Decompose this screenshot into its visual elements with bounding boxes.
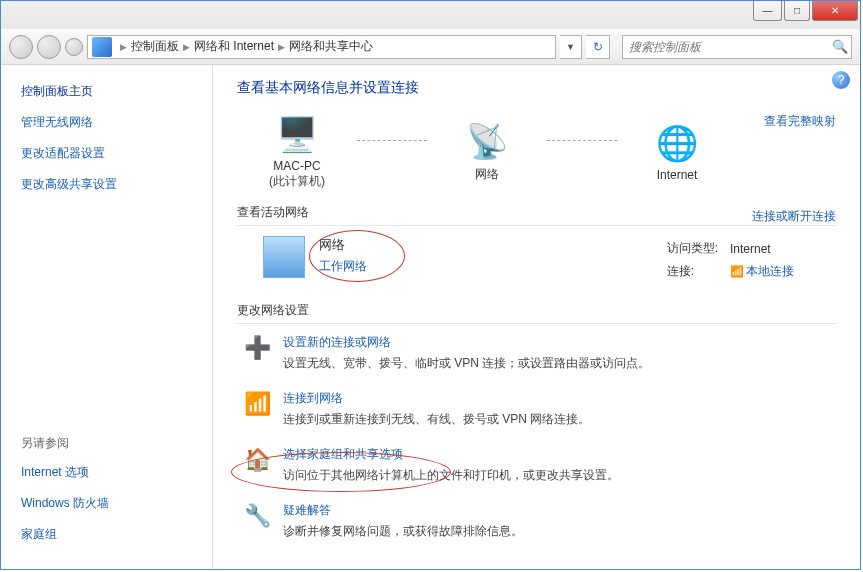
breadcrumb-dropdown[interactable]: ▼ [560, 35, 582, 59]
sidebar-link-advanced-sharing[interactable]: 更改高级共享设置 [21, 176, 200, 193]
view-full-map-link[interactable]: 查看完整映射 [764, 113, 836, 130]
access-type-label: 访问类型: [667, 238, 728, 259]
network-map-network: 网络 [427, 120, 547, 183]
control-panel-icon [92, 37, 112, 57]
minimize-button[interactable]: — [753, 1, 782, 21]
chevron-right-icon: ▶ [120, 42, 127, 52]
plus-icon [243, 334, 271, 362]
network-map: MAC-PC (此计算机) 网络 Internet 查看完整映射 [237, 113, 836, 190]
help-icon[interactable]: ? [832, 71, 850, 89]
chevron-right-icon: ▶ [183, 42, 190, 52]
see-also-heading: 另请参阅 [21, 435, 200, 452]
settings-item: 选择家庭组和共享选项访问位于其他网络计算机上的文件和打印机，或更改共享设置。 [237, 446, 836, 484]
see-also-firewall[interactable]: Windows 防火墙 [21, 495, 200, 512]
signal-icon [730, 264, 746, 278]
connection-link[interactable]: 本地连接 [746, 264, 794, 278]
sidebar-heading[interactable]: 控制面板主页 [21, 83, 200, 100]
recent-button[interactable] [65, 38, 83, 56]
internet-label: Internet [617, 168, 737, 182]
close-button[interactable]: ✕ [812, 1, 858, 21]
refresh-button[interactable]: ↻ [586, 35, 610, 59]
breadcrumb-item[interactable]: 控制面板 [131, 38, 179, 55]
settings-desc: 诊断并修复网络问题，或获得故障排除信息。 [283, 523, 523, 540]
settings-link-0[interactable]: 设置新的连接或网络 [283, 334, 650, 351]
computer-icon [273, 113, 321, 155]
breadcrumb-item[interactable]: 网络和共享中心 [289, 38, 373, 55]
search-icon[interactable]: 🔍 [829, 39, 851, 54]
back-button[interactable] [9, 35, 33, 59]
connect-disconnect-link[interactable]: 连接或断开连接 [752, 208, 836, 225]
settings-link-1[interactable]: 连接到网络 [283, 390, 590, 407]
connect-icon [243, 390, 271, 418]
settings-item: 连接到网络连接到或重新连接到无线、有线、拨号或 VPN 网络连接。 [237, 390, 836, 428]
breadcrumb-item[interactable]: 网络和 Internet [194, 38, 274, 55]
map-connector [357, 140, 427, 141]
sidebar-link-wireless[interactable]: 管理无线网络 [21, 114, 200, 131]
settings-item: 设置新的连接或网络设置无线、宽带、拨号、临时或 VPN 连接；或设置路由器或访问… [237, 334, 836, 372]
page-title: 查看基本网络信息并设置连接 [237, 79, 836, 97]
active-network-row: 网络 工作网络 访问类型: Internet 连接: 本地连接 [237, 236, 836, 284]
maximize-button[interactable]: □ [784, 1, 810, 21]
access-type-value: Internet [730, 238, 804, 259]
settings-link-2[interactable]: 选择家庭组和共享选项 [283, 446, 619, 463]
computer-label: MAC-PC [237, 159, 357, 173]
trouble-icon [243, 502, 271, 530]
network-icon [263, 236, 305, 278]
settings-desc: 连接到或重新连接到无线、有线、拨号或 VPN 网络连接。 [283, 411, 590, 428]
globe-icon [653, 122, 701, 164]
network-label: 网络 [427, 166, 547, 183]
change-settings-heading: 更改网络设置 [237, 302, 836, 319]
computer-sublabel: (此计算机) [237, 173, 357, 190]
active-networks-heading: 查看活动网络 [237, 204, 836, 221]
chevron-right-icon: ▶ [278, 42, 285, 52]
sidebar-link-adapter[interactable]: 更改适配器设置 [21, 145, 200, 162]
network-map-internet: Internet [617, 122, 737, 182]
settings-link-3[interactable]: 疑难解答 [283, 502, 523, 519]
search-box[interactable]: 🔍 [622, 35, 852, 59]
titlebar: — □ ✕ [1, 1, 860, 29]
map-connector [547, 140, 617, 141]
settings-desc: 设置无线、宽带、拨号、临时或 VPN 连接；或设置路由器或访问点。 [283, 355, 650, 372]
see-also-internet-options[interactable]: Internet 选项 [21, 464, 200, 481]
search-input[interactable] [623, 40, 829, 54]
network-map-computer: MAC-PC (此计算机) [237, 113, 357, 190]
home-icon [243, 446, 271, 474]
breadcrumb[interactable]: ▶ 控制面板 ▶ 网络和 Internet ▶ 网络和共享中心 [87, 35, 556, 59]
network-hub-icon [463, 120, 511, 162]
see-also-homegroup[interactable]: 家庭组 [21, 526, 200, 543]
connection-label: 连接: [667, 261, 728, 282]
settings-item: 疑难解答诊断并修复网络问题，或获得故障排除信息。 [237, 502, 836, 540]
network-name: 网络 [319, 236, 509, 254]
sidebar: 控制面板主页 管理无线网络 更改适配器设置 更改高级共享设置 另请参阅 Inte… [1, 65, 213, 569]
toolbar: ▶ 控制面板 ▶ 网络和 Internet ▶ 网络和共享中心 ▼ ↻ 🔍 [1, 29, 860, 65]
content: ? 查看基本网络信息并设置连接 MAC-PC (此计算机) 网络 Interne… [213, 65, 860, 569]
network-type-link[interactable]: 工作网络 [319, 258, 509, 275]
settings-desc: 访问位于其他网络计算机上的文件和打印机，或更改共享设置。 [283, 467, 619, 484]
forward-button[interactable] [37, 35, 61, 59]
